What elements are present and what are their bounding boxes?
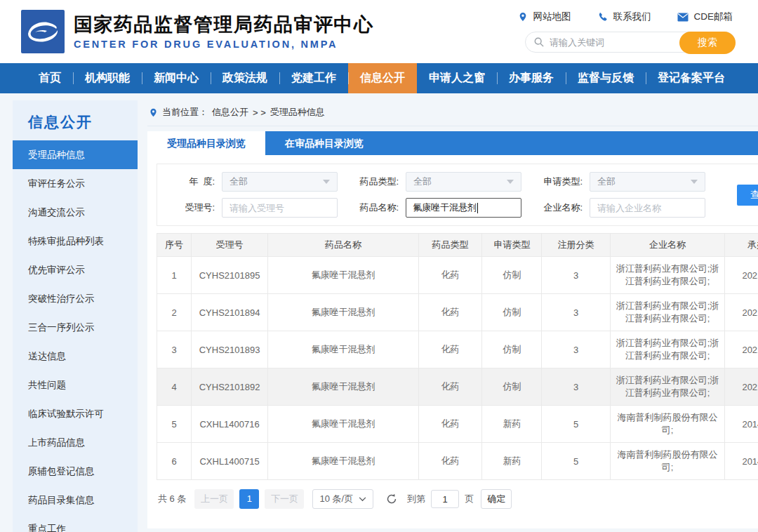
sidebar-item[interactable]: 上市药品信息 [13, 428, 138, 457]
filter-row-1: 年 度: 全部 药品类型: 全部 申请类型: 全部 [167, 172, 719, 192]
breadcrumb-separator: > > [253, 107, 266, 118]
company-input[interactable] [590, 198, 705, 218]
table-header-cell: 序号 [157, 234, 192, 257]
year-select-value: 全部 [230, 175, 248, 188]
apply-type-label: 申请类型: [535, 175, 583, 188]
nav-item[interactable]: 监督与反馈 [566, 63, 646, 93]
query-button[interactable]: 查询 [737, 185, 758, 206]
goto-page-input[interactable] [431, 490, 459, 508]
table-row: 4CYHS2101892氟康唑干混悬剂化药仿制3浙江普利药业有限公司;浙江普利药… [157, 368, 758, 406]
sitemap-label: 网站地图 [533, 11, 571, 23]
sidebar-item[interactable]: 三合一序列公示 [13, 313, 138, 342]
table-cell: 5 [542, 443, 610, 480]
filter-year: 年 度: 全部 [167, 172, 351, 192]
year-select[interactable]: 全部 [222, 172, 338, 192]
sidebar-item[interactable]: 审评任务公示 [13, 169, 138, 198]
prev-page-button[interactable]: 上一页 [194, 489, 234, 509]
page-size-select[interactable]: 10 条/页 [312, 489, 373, 509]
table-cell: 3 [542, 368, 610, 406]
filter-apply-type: 申请类型: 全部 [535, 172, 719, 192]
nav-item[interactable]: 新闻中心 [142, 63, 211, 93]
site-search-button[interactable]: 搜索 [679, 32, 736, 54]
sidebar-item[interactable]: 重点工作 [13, 514, 138, 532]
table-cell: 海南普利制药股份有限公司; [610, 406, 725, 443]
brand: 国家药品监督管理局药品审评中心 CENTER FOR DRUG EVALUATI… [21, 10, 374, 53]
accept-no-input[interactable] [222, 198, 338, 218]
table-cell: 2021-10-19 [725, 368, 758, 406]
table-cell: CXHL1400716 [192, 406, 268, 443]
sidebar-item[interactable]: 共性问题 [13, 371, 138, 399]
search-icon [534, 37, 544, 47]
table-cell: 化药 [418, 406, 482, 443]
chevron-down-icon [323, 180, 330, 184]
table-cell: 2021-10-19 [725, 331, 758, 368]
mail-icon [677, 13, 689, 22]
sidebar-item[interactable]: 原辅包登记信息 [13, 457, 138, 486]
nav-item[interactable]: 办事服务 [497, 63, 566, 93]
nav-item[interactable]: 党建工作 [279, 63, 348, 93]
company-label: 企业名称: [535, 201, 583, 214]
sidebar-item[interactable]: 送达信息 [13, 342, 138, 371]
pagination: 共 6 条 上一页 1 下一页 10 条/页 到第 页 确定 [157, 489, 758, 509]
contact-link[interactable]: 联系我们 [597, 11, 651, 23]
table-cell: 氟康唑干混悬剂 [268, 406, 419, 443]
sidebar-item[interactable]: 受理品种信息 [13, 140, 138, 169]
table-cell: 6 [157, 443, 192, 480]
table-cell: 化药 [418, 257, 482, 294]
table-header-cell: 申请类型 [482, 234, 542, 257]
year-label: 年 度: [167, 175, 215, 188]
table-cell: CYHS2101892 [192, 368, 268, 406]
table-cell: 2021-10-19 [725, 294, 758, 331]
header-right: 网站地图 联系我们 CDE邮箱 搜索 [518, 11, 736, 53]
table-header-cell: 药品类型 [418, 234, 482, 257]
nav-item[interactable]: 信息公开 [348, 63, 417, 93]
filter-drug-name: 药品名称: 氟康唑干混悬剂 [351, 198, 535, 218]
breadcrumb-section[interactable]: 信息公开 [212, 106, 248, 119]
breadcrumb-current: 受理品种信息 [270, 106, 325, 119]
table-cell: 仿制 [482, 257, 542, 294]
sitemap-link[interactable]: 网站地图 [518, 11, 571, 23]
table-cell: CYHS2101895 [192, 257, 268, 294]
sidebar-item[interactable]: 沟通交流公示 [13, 198, 138, 227]
breadcrumb-prefix: 当前位置： [162, 106, 208, 119]
tab-under-review-catalog[interactable]: 在审品种目录浏览 [265, 131, 383, 155]
table-header-cell: 承办日期 [725, 234, 758, 257]
apply-type-select[interactable]: 全部 [590, 172, 705, 192]
drug-name-input[interactable]: 氟康唑干混悬剂 [406, 198, 521, 218]
nav-item[interactable]: 机构职能 [73, 63, 142, 93]
goto-confirm-button[interactable]: 确定 [481, 489, 512, 509]
content: 信息公开 受理品种信息审评任务公示沟通交流公示特殊审批品种列表优先审评公示突破性… [0, 93, 758, 532]
sidebar-item[interactable]: 药品目录集信息 [13, 486, 138, 514]
site-header: 国家药品监督管理局药品审评中心 CENTER FOR DRUG EVALUATI… [0, 0, 758, 63]
table-cell: 新药 [482, 443, 542, 480]
refresh-button[interactable] [386, 493, 397, 505]
sidebar-item[interactable]: 临床试验默示许可 [13, 399, 138, 428]
table-cell: 浙江普利药业有限公司;浙江普利药业有限公司; [610, 368, 725, 406]
sidebar: 信息公开 受理品种信息审评任务公示沟通交流公示特殊审批品种列表优先审评公示突破性… [13, 100, 138, 532]
nav-item[interactable]: 政策法规 [211, 63, 279, 93]
table-row: 5CXHL1400716氟康唑干混悬剂化药新药5海南普利制药股份有限公司;201… [157, 406, 758, 443]
nav-item[interactable]: 申请人之窗 [417, 63, 497, 93]
table-cell: 4 [157, 368, 192, 406]
filter-rows: 年 度: 全部 药品类型: 全部 申请类型: 全部 [167, 172, 719, 218]
table-header-cell: 注册分类 [542, 234, 610, 257]
chevron-down-icon [359, 497, 366, 502]
table-cell: 新药 [482, 406, 542, 443]
next-page-button[interactable]: 下一页 [265, 489, 304, 509]
cde-mail-link[interactable]: CDE邮箱 [677, 11, 733, 23]
table-cell: 化药 [418, 443, 482, 480]
drug-type-select[interactable]: 全部 [406, 172, 521, 192]
sidebar-item[interactable]: 特殊审批品种列表 [13, 227, 138, 255]
sidebar-item[interactable]: 突破性治疗公示 [13, 284, 138, 313]
page-size-value: 10 条/页 [319, 493, 353, 505]
nav-item[interactable]: 登记备案平台 [646, 63, 737, 93]
apply-type-select-value: 全部 [597, 175, 616, 188]
tab-accepted-catalog[interactable]: 受理品种目录浏览 [147, 131, 265, 155]
nav-item[interactable]: 首页 [27, 63, 73, 93]
table-cell: CYHS2101893 [192, 331, 268, 368]
sidebar-item[interactable]: 优先审评公示 [13, 255, 138, 284]
page-number-1[interactable]: 1 [239, 489, 259, 509]
page: 国家药品监督管理局药品审评中心 CENTER FOR DRUG EVALUATI… [0, 0, 758, 532]
goto-prefix: 到第 [407, 493, 425, 505]
table-cell: 化药 [418, 331, 482, 368]
